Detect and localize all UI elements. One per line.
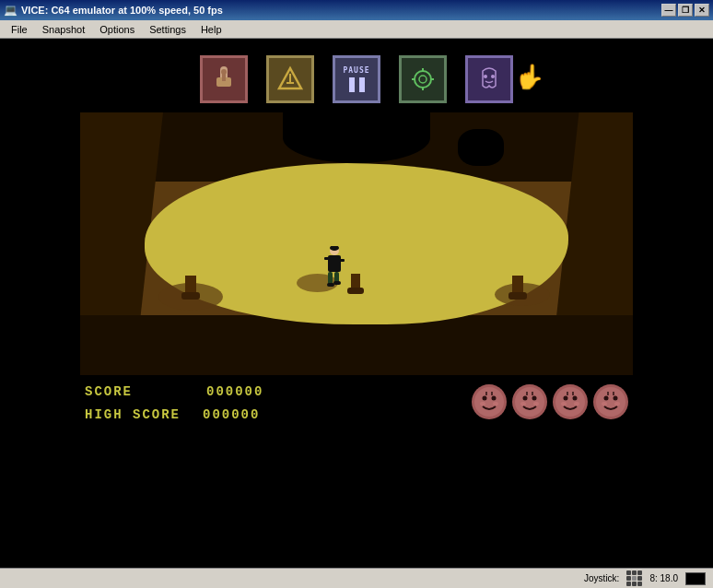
- svg-point-14: [491, 75, 495, 78]
- svg-point-27: [480, 402, 485, 406]
- bottom-status-bar: Joystick: 8: 18.0: [0, 568, 713, 588]
- window-title: VICE: C64 emulator at 100% speed, 50 fps: [18, 5, 661, 16]
- snapshot-icon-button[interactable]: [465, 55, 513, 103]
- bottom-info: Joystick: 8: 18.0: [584, 570, 706, 586]
- close-button[interactable]: ✕: [695, 4, 709, 17]
- svg-point-40: [573, 396, 578, 401]
- reset-icon-button[interactable]: [200, 55, 248, 103]
- svg-point-46: [604, 396, 609, 401]
- icon-toolbar: PAUSE: [200, 55, 513, 103]
- menu-options[interactable]: Options: [92, 22, 142, 37]
- high-score-value: 000000: [203, 404, 260, 427]
- svg-point-39: [564, 396, 568, 401]
- svg-rect-21: [333, 281, 341, 285]
- restore-button[interactable]: ❐: [678, 4, 693, 17]
- score-value: 000000: [206, 381, 263, 404]
- svg-point-26: [492, 396, 497, 401]
- game-screen: [80, 112, 633, 375]
- svg-point-8: [419, 76, 427, 83]
- svg-point-41: [561, 402, 567, 406]
- menu-bar: File Snapshot Options Settings Help: [0, 20, 713, 39]
- score-panel: SCORE 000000 HIGH SCORE 000000: [80, 381, 472, 427]
- title-bar: 💻 VICE: C64 emulator at 100% speed, 50 f…: [0, 0, 713, 20]
- svg-point-38: [555, 387, 585, 417]
- svg-point-48: [602, 402, 607, 406]
- drive-icon-button[interactable]: [266, 55, 314, 103]
- snapshot-icon-container: 👆: [465, 55, 513, 103]
- cursor-arrow-icon: 👆: [515, 63, 544, 91]
- svg-rect-17: [328, 255, 341, 272]
- svg-point-34: [520, 402, 526, 406]
- high-score-label: HIGH SCORE: [85, 404, 181, 427]
- color-swatch: [685, 572, 706, 585]
- svg-point-32: [523, 396, 528, 401]
- life-1: [472, 384, 507, 419]
- svg-point-24: [474, 387, 504, 417]
- svg-point-49: [614, 402, 620, 406]
- status-area: SCORE 000000 HIGH SCORE 000000: [80, 375, 633, 432]
- window-controls: — ❐ ✕: [661, 4, 709, 17]
- menu-settings[interactable]: Settings: [142, 22, 193, 37]
- menu-snapshot[interactable]: Snapshot: [35, 22, 92, 37]
- minimize-button[interactable]: —: [661, 4, 676, 17]
- life-3: [553, 384, 588, 419]
- version-text: 8: 18.0: [649, 573, 678, 583]
- svg-point-25: [483, 396, 487, 401]
- svg-point-47: [614, 396, 618, 401]
- joystick-label: Joystick:: [584, 573, 619, 583]
- svg-point-42: [574, 402, 579, 406]
- menu-file[interactable]: File: [4, 22, 35, 37]
- life-2: [512, 384, 547, 419]
- settings-icon-button[interactable]: [399, 55, 447, 103]
- joystick-grid: [626, 570, 642, 586]
- svg-rect-23: [339, 259, 345, 262]
- main-content: PAUSE: [0, 39, 713, 588]
- score-label: SCORE: [85, 381, 133, 404]
- svg-point-13: [484, 75, 487, 78]
- svg-point-31: [515, 387, 544, 417]
- svg-point-45: [596, 387, 625, 417]
- svg-point-7: [415, 71, 431, 88]
- svg-point-35: [533, 402, 539, 406]
- menu-help[interactable]: Help: [193, 22, 229, 37]
- lives-panel: [472, 381, 633, 419]
- life-4: [593, 384, 628, 419]
- pause-icon-button[interactable]: PAUSE: [333, 55, 380, 103]
- svg-rect-18: [328, 272, 333, 285]
- svg-rect-22: [324, 257, 329, 260]
- svg-rect-20: [327, 283, 334, 287]
- svg-rect-3: [222, 74, 226, 81]
- svg-point-28: [493, 402, 498, 406]
- game-character: [324, 246, 345, 288]
- svg-point-33: [532, 396, 537, 401]
